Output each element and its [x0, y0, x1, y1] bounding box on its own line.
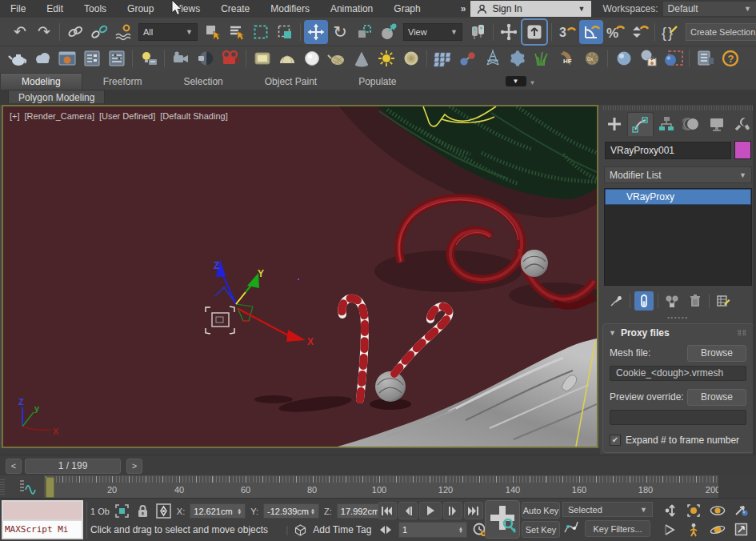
menu-create[interactable]: Create — [210, 0, 260, 18]
grass-foliage-button[interactable] — [530, 48, 554, 70]
set-key-button[interactable]: Set Key — [522, 521, 560, 538]
shaded-camera-button[interactable] — [193, 48, 218, 70]
zoom-button[interactable] — [658, 501, 681, 519]
spinner-snap-toggle[interactable] — [627, 20, 651, 44]
selection-set-dropdown[interactable]: Selected ▼ — [562, 502, 653, 517]
tab-hierarchy[interactable] — [654, 112, 679, 136]
reference-coordinate-dropdown[interactable]: View▼ — [403, 23, 462, 41]
cone-button[interactable] — [349, 48, 374, 70]
key-mode-toggle[interactable] — [378, 523, 394, 538]
spinner-icon[interactable]: ▲▼ — [458, 527, 463, 533]
frame-indicator[interactable]: 1 / 199 — [25, 459, 121, 474]
menu-file[interactable]: File — [0, 0, 36, 18]
preview-override-field[interactable] — [610, 410, 746, 425]
selection-lock-toggle[interactable] — [135, 503, 151, 519]
make-unique-button[interactable] — [662, 291, 682, 311]
tab-motion[interactable] — [679, 112, 705, 136]
mesh-file-field[interactable]: Cookie_<dough>.vrmesh — [610, 366, 746, 381]
keyboard-shortcut-override-toggle[interactable] — [521, 18, 548, 46]
spinner-icon[interactable]: ▲▼ — [237, 508, 242, 515]
select-and-place-button[interactable] — [376, 20, 400, 44]
absolute-offset-mode-toggle[interactable] — [156, 503, 172, 519]
tab-display[interactable] — [704, 112, 730, 136]
undo-button[interactable]: ↶ — [8, 20, 32, 44]
angle-snap-toggle[interactable] — [579, 20, 603, 44]
assign-material-button[interactable] — [636, 48, 661, 70]
render-setup-button[interactable] — [5, 48, 30, 70]
isolate-selection-toggle[interactable] — [114, 503, 130, 519]
material-editor-button[interactable] — [611, 48, 636, 70]
x-coordinate-field[interactable]: 12.621cm▲▼ — [190, 503, 246, 519]
layer-explorer-button[interactable] — [693, 48, 718, 70]
object-name-field[interactable]: VRayProxy001 — [605, 142, 731, 159]
modifier-stack-entry-vrayproxy[interactable]: VRayProxy — [605, 189, 751, 205]
workspace-dropdown[interactable]: Default ▼ — [663, 2, 756, 16]
viewport-pov-menu[interactable]: [Render_Camera] — [25, 111, 94, 121]
tab-modify[interactable] — [627, 112, 654, 136]
zoom-extents-all-button[interactable] — [682, 501, 705, 519]
viewport-shading-menu[interactable]: [Default Shading] — [160, 111, 227, 121]
menu-tools[interactable]: Tools — [74, 0, 117, 18]
ribbon-tab-populate[interactable]: Populate — [338, 74, 417, 90]
wicker-teapot-button[interactable] — [324, 48, 349, 70]
spinner-icon[interactable]: ▲▼ — [310, 508, 315, 515]
subtab-polygon-modeling[interactable]: Polygon Modeling — [8, 90, 105, 103]
modifier-list-dropdown[interactable]: Modifier List ▼ — [604, 166, 752, 183]
ribbon-tab-selection[interactable]: Selection — [162, 74, 243, 90]
bones-system-button[interactable] — [480, 48, 505, 70]
menu-modifiers[interactable]: Modifiers — [260, 0, 320, 18]
named-selection-field[interactable]: Create Selection — [686, 23, 756, 41]
zoom-extents-selected-button[interactable] — [706, 501, 729, 519]
rectangular-selection-region-button[interactable] — [249, 20, 273, 44]
mesh-file-browse-button[interactable]: Browse — [687, 345, 746, 362]
camera-button[interactable] — [168, 48, 193, 70]
timeline-ruler[interactable]: 20 40 60 80 100 120 140 160 180 200 — [44, 475, 718, 498]
menu-group[interactable]: Group — [117, 0, 164, 18]
unlink-selection-button[interactable] — [87, 20, 111, 44]
environment-button[interactable] — [30, 48, 54, 70]
menu-edit[interactable]: Edit — [36, 0, 74, 18]
select-and-rotate-button[interactable]: ↻ — [328, 20, 352, 44]
pin-stack-button[interactable] — [606, 291, 626, 311]
panel-grip[interactable] — [603, 106, 753, 110]
add-time-tag[interactable]: Add Time Tag — [313, 524, 371, 535]
redo-button[interactable]: ↷ — [32, 20, 56, 44]
ribbon-minimize-button[interactable]: ▼ — [506, 76, 526, 86]
ornatrix-fur-button[interactable]: 0x — [579, 48, 604, 70]
time-slider[interactable] — [46, 477, 54, 498]
viewport[interactable]: Z Y X Z y X [+] [Render_Camera] — [2, 105, 598, 448]
play-animation-button[interactable] — [419, 502, 442, 519]
select-and-scale-button[interactable] — [352, 20, 376, 44]
sign-in-button[interactable]: Sign In ▼ — [470, 1, 591, 17]
viewport-general-menu[interactable]: [+] — [10, 111, 20, 121]
selection-filter-dropdown[interactable]: All▼ — [138, 23, 198, 41]
tab-create[interactable] — [602, 112, 627, 136]
video-camera-button[interactable] — [218, 48, 242, 70]
modifier-stack[interactable]: VRayProxy — [604, 188, 752, 286]
slate-material-editor-button[interactable] — [250, 48, 274, 70]
menu-animation[interactable]: Animation — [320, 0, 383, 18]
rollout-header[interactable]: ▼ Proxy files ⣿⣿ — [603, 324, 753, 342]
key-filters-button[interactable]: Key Filters... — [585, 520, 650, 537]
rendered-frame-window-button[interactable] — [54, 48, 79, 70]
render-preset-button[interactable] — [79, 48, 104, 70]
ribbon-tab-object-paint[interactable]: Object Paint — [244, 74, 338, 90]
bind-to-space-warp-button[interactable] — [111, 20, 135, 44]
sunlight-button[interactable] — [374, 48, 398, 70]
ribbon-tab-modeling[interactable]: Modeling — [0, 73, 82, 90]
select-and-manipulate-button[interactable] — [497, 20, 521, 44]
preview-override-browse-button[interactable]: Browse — [687, 389, 746, 406]
physics-atoms-button[interactable] — [455, 48, 480, 70]
blobmesh-button[interactable] — [505, 48, 530, 70]
help-button[interactable]: ? — [718, 48, 742, 70]
maxscript-listener-pane[interactable]: MAXScript Mi — [3, 521, 82, 538]
edit-named-selection-sets-button[interactable]: {} — [658, 20, 682, 44]
show-end-result-toggle[interactable] — [634, 291, 654, 311]
ribbon-tab-freeform[interactable]: Freeform — [82, 74, 163, 90]
hair-fur-button[interactable]: HF — [554, 48, 579, 70]
material-dome-button[interactable] — [274, 48, 299, 70]
previous-frame-button[interactable]: < — [6, 459, 22, 474]
select-by-name-button[interactable] — [225, 20, 249, 44]
menu-graph-editors[interactable]: Graph Editors — [383, 0, 455, 18]
use-pivot-point-center-button[interactable] — [466, 20, 490, 44]
